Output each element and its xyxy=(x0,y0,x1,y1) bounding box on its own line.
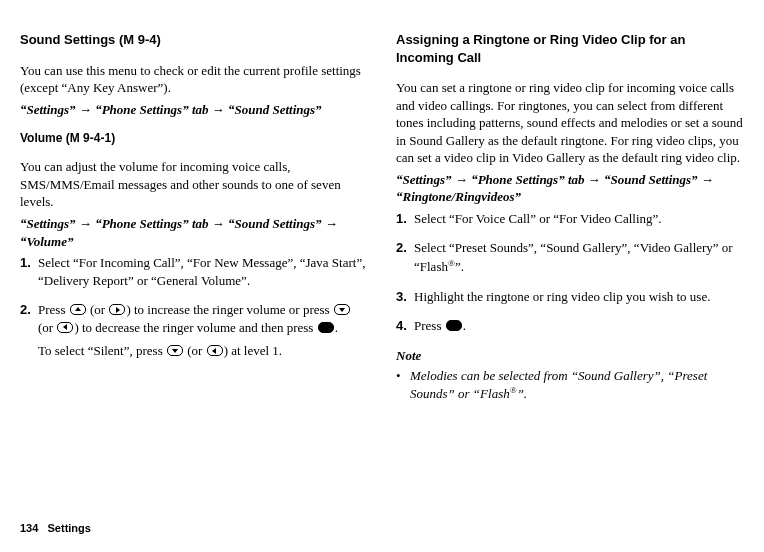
text-frag: . xyxy=(463,318,466,333)
nav-seg: “Phone Settings” tab xyxy=(95,216,208,231)
arrow-icon: → xyxy=(452,172,472,187)
step-item: 3. Highlight the ringtone or ring video … xyxy=(396,288,744,312)
page-number: 134 xyxy=(20,522,38,534)
text-frag: ) to increase the ringer volume or press xyxy=(126,302,332,317)
text-frag: ”. xyxy=(517,386,527,401)
text-frag: Press xyxy=(38,302,69,317)
key-right-icon xyxy=(109,304,125,315)
arrow-icon: → xyxy=(322,216,338,231)
step-text: To select “Silent”, press (or ) at level… xyxy=(38,342,368,360)
step-body: Press (or ) to increase the ringer volum… xyxy=(38,301,368,366)
heading-text: Volume xyxy=(20,131,62,145)
text-frag: ) to decrease the ringer volume and then… xyxy=(74,320,316,335)
nav-path-volume: “Settings” → “Phone Settings” tab → “Sou… xyxy=(20,215,368,250)
page-footer: 134 Settings xyxy=(20,521,91,536)
nav-seg: “Settings” xyxy=(396,172,452,187)
key-left-icon xyxy=(207,345,223,356)
note-text: Melodies can be selected from “Sound Gal… xyxy=(410,367,744,403)
step-text: Press (or ) to increase the ringer volum… xyxy=(38,301,368,336)
arrow-icon: → xyxy=(76,216,96,231)
step-item: 1. Select “For Incoming Call”, “For New … xyxy=(20,254,368,295)
nav-seg: “Sound Settings” xyxy=(604,172,698,187)
arrow-icon: → xyxy=(585,172,605,187)
step-number: 3. xyxy=(396,288,414,312)
nav-seg: “Phone Settings” tab xyxy=(95,102,208,117)
nav-seg: “Settings” xyxy=(20,216,76,231)
text-frag: ) at level 1. xyxy=(224,343,282,358)
step-item: 2. Select “Preset Sounds”, “Sound Galler… xyxy=(396,239,744,281)
key-down-icon xyxy=(334,304,350,315)
content-columns: Sound Settings (M 9-4) You can use this … xyxy=(20,18,744,403)
nav-seg: “Settings” xyxy=(20,102,76,117)
left-column: Sound Settings (M 9-4) You can use this … xyxy=(20,18,368,403)
bullet-icon: • xyxy=(396,367,410,403)
ringtone-steps: 1. Select “For Voice Call” or “For Video… xyxy=(396,210,744,341)
step-body: Press . xyxy=(414,317,744,341)
key-left-icon xyxy=(57,322,73,333)
step-body: Highlight the ringtone or ring video cli… xyxy=(414,288,744,312)
text-frag: Press xyxy=(414,318,445,333)
step-item: 2. Press (or ) to increase the ringer vo… xyxy=(20,301,368,366)
nav-seg: “Ringtone/Ringvideos” xyxy=(396,189,521,204)
text-frag: (or xyxy=(87,302,109,317)
step-text: Highlight the ringtone or ring video cli… xyxy=(414,288,744,306)
arrow-icon: → xyxy=(209,102,229,117)
arrow-icon: → xyxy=(76,102,96,117)
volume-steps: 1. Select “For Incoming Call”, “For New … xyxy=(20,254,368,366)
volume-heading: Volume (M 9-4-1) xyxy=(20,130,368,146)
menu-code: (M 9-4) xyxy=(115,32,161,47)
heading-text: Sound Settings xyxy=(20,32,115,47)
key-center-icon xyxy=(446,320,462,331)
nav-seg: “Sound Settings” xyxy=(228,102,322,117)
key-up-icon xyxy=(70,304,86,315)
step-body: Select “For Voice Call” or “For Video Ca… xyxy=(414,210,744,234)
text-frag: ”. xyxy=(455,259,464,274)
assign-ringtone-desc: You can set a ringtone or ring video cli… xyxy=(396,79,744,167)
nav-seg: “Volume” xyxy=(20,234,73,249)
nav-path-sound-settings: “Settings” → “Phone Settings” tab → “Sou… xyxy=(20,101,368,119)
note-item: • Melodies can be selected from “Sound G… xyxy=(396,367,744,403)
sound-settings-desc: You can use this menu to check or edit t… xyxy=(20,62,368,97)
step-body: Select “For Incoming Call”, “For New Mes… xyxy=(38,254,368,295)
text-frag: To select “Silent”, press xyxy=(38,343,166,358)
arrow-icon: → xyxy=(698,172,714,187)
step-item: 1. Select “For Voice Call” or “For Video… xyxy=(396,210,744,234)
nav-path-ringtone: “Settings” → “Phone Settings” tab → “Sou… xyxy=(396,171,744,206)
step-item: 4. Press . xyxy=(396,317,744,341)
step-body: Select “Preset Sounds”, “Sound Gallery”,… xyxy=(414,239,744,281)
sound-settings-heading: Sound Settings (M 9-4) xyxy=(20,31,368,49)
volume-desc: You can adjust the volume for incoming v… xyxy=(20,158,368,211)
step-number: 2. xyxy=(396,239,414,281)
section-label: Settings xyxy=(48,522,91,534)
text-frag: (or xyxy=(184,343,206,358)
assign-ringtone-heading: Assigning a Ringtone or Ring Video Clip … xyxy=(396,31,744,66)
text-frag: (or xyxy=(38,320,56,335)
step-number: 4. xyxy=(396,317,414,341)
arrow-icon: → xyxy=(209,216,229,231)
nav-seg: “Phone Settings” tab xyxy=(471,172,584,187)
step-text: Select “Preset Sounds”, “Sound Gallery”,… xyxy=(414,239,744,275)
registered-mark: ® xyxy=(448,258,455,268)
step-text: Select “For Voice Call” or “For Video Ca… xyxy=(414,210,744,228)
right-column: Assigning a Ringtone or Ring Video Clip … xyxy=(396,18,744,403)
step-number: 1. xyxy=(20,254,38,295)
text-frag: . xyxy=(335,320,338,335)
nav-seg: “Sound Settings” xyxy=(228,216,322,231)
key-center-icon xyxy=(318,322,334,333)
registered-mark: ® xyxy=(510,385,517,395)
step-text: Press . xyxy=(414,317,744,335)
note-heading: Note xyxy=(396,347,744,365)
step-text: Select “For Incoming Call”, “For New Mes… xyxy=(38,254,368,289)
step-number: 2. xyxy=(20,301,38,366)
text-frag: Melodies can be selected from “Sound Gal… xyxy=(410,368,707,402)
key-down-icon xyxy=(167,345,183,356)
menu-code: (M 9-4-1) xyxy=(62,131,115,145)
step-number: 1. xyxy=(396,210,414,234)
